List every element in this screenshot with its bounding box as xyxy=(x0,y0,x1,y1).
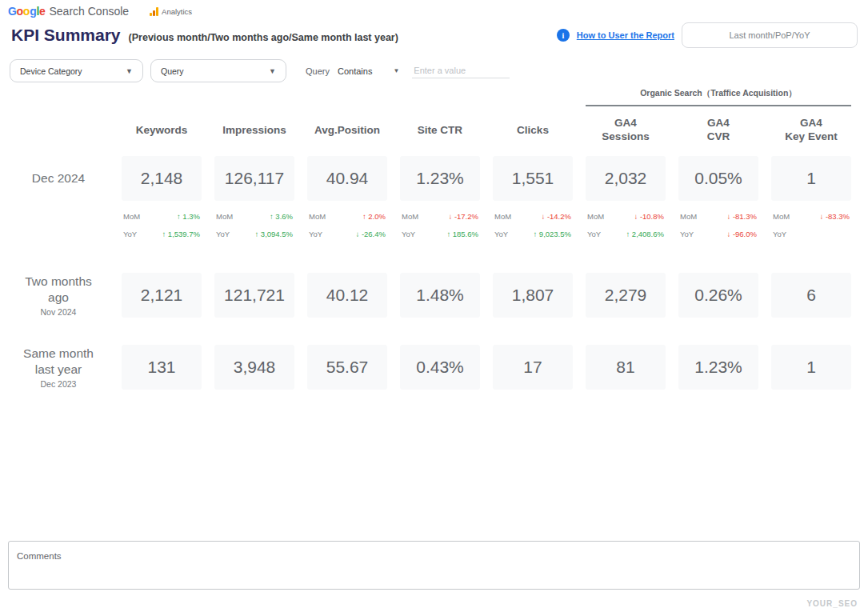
delta-period-label: YoY xyxy=(216,230,230,238)
delta-period-label: MoM xyxy=(587,212,604,221)
query-value-input[interactable] xyxy=(412,63,510,78)
value-cell-two-months-ago-avg-position: 40.12 xyxy=(307,273,387,318)
delta-cell-ga4-cvr: MoM↓ -81.3%YoY↓ -96.0% xyxy=(678,201,758,254)
organic-search-group-header: Organic Search（Traffice Acquisition） xyxy=(586,88,851,106)
value-cell-two-months-ago-ga4-sessions: 2,279 xyxy=(586,273,666,318)
column-header-avg-position: Avg.Position xyxy=(307,124,387,138)
value-cell-dec-2024-avg-position: 40.94 xyxy=(307,156,387,201)
delta-value: ↓ -14.2% xyxy=(542,212,572,221)
delta-cell-site-ctr: MoM↓ -17.2%YoY↑ 185.6% xyxy=(400,201,480,254)
comments-box[interactable]: Comments xyxy=(8,541,860,590)
page-subtitle: (Previous month/Two months ago/Same mont… xyxy=(129,32,398,43)
value-cell-same-month-last-year-keywords: 131 xyxy=(122,345,202,390)
device-category-filter[interactable]: Device Category ▼ xyxy=(10,59,143,82)
value-cell-dec-2024-ga4-cvr: 0.05% xyxy=(678,156,758,201)
delta-line: YoY↓ -26.4% xyxy=(309,230,386,238)
delta-period-label: MoM xyxy=(494,212,511,221)
column-header-impressions: Impressions xyxy=(214,124,294,138)
value-cell-same-month-last-year-clicks: 17 xyxy=(493,345,573,390)
row-sublabel: Nov 2024 xyxy=(41,307,77,317)
delta-period-label: YoY xyxy=(494,230,508,238)
value-cell-two-months-ago-clicks: 1,807 xyxy=(493,273,573,318)
search-console-label: Search Console xyxy=(49,5,129,18)
delta-line: YoY↑ 1,539.7% xyxy=(123,230,200,238)
info-icon[interactable]: i xyxy=(557,29,570,42)
value-cell-dec-2024-keywords: 2,148 xyxy=(122,156,202,201)
delta-cell-clicks: MoM↓ -14.2%YoY↑ 9,023.5% xyxy=(493,201,573,254)
value-cell-same-month-last-year-site-ctr: 0.43% xyxy=(400,345,480,390)
value-cell-dec-2024-ga4-key-event: 1 xyxy=(771,156,851,201)
column-header-ga4-key-event: GA4 Key Event xyxy=(771,117,851,144)
google-logo: Google xyxy=(8,5,45,18)
delta-value: ↑ 185.6% xyxy=(446,230,478,238)
help-link[interactable]: How to User the Report xyxy=(577,30,674,40)
delta-cell-avg-position: MoM↑ 2.0%YoY↓ -26.4% xyxy=(307,201,387,254)
delta-period-label: MoM xyxy=(773,212,790,221)
delta-line: YoY xyxy=(773,230,850,238)
delta-cell-impressions: MoM↑ 3.6%YoY↑ 3,094.5% xyxy=(214,201,294,254)
delta-line: YoY↓ -96.0% xyxy=(680,230,757,238)
delta-period-label: MoM xyxy=(402,212,418,221)
column-header-ga4-sessions: GA4 Sessions xyxy=(586,117,666,144)
comments-label: Comments xyxy=(17,551,62,561)
value-cell-dec-2024-site-ctr: 1.23% xyxy=(400,156,480,201)
delta-value: ↑ 2.0% xyxy=(362,212,386,221)
delta-period-label: YoY xyxy=(123,230,137,238)
delta-line: MoM↓ -14.2% xyxy=(494,212,571,221)
delta-line: YoY↑ 9,023.5% xyxy=(494,230,571,238)
delta-value: ↓ -83.3% xyxy=(820,212,850,221)
delta-period-label: MoM xyxy=(680,212,697,221)
delta-value: ↑ 9,023.5% xyxy=(533,230,571,238)
delta-line: MoM↑ 2.0% xyxy=(309,212,386,221)
value-cell-same-month-last-year-ga4-sessions: 81 xyxy=(586,345,666,390)
column-header-clicks: Clicks xyxy=(493,124,573,138)
filter-bar: Device Category ▼ Query ▼ Query Contains… xyxy=(10,59,868,82)
row-label-dec-2024: Dec 2024 xyxy=(8,156,109,201)
analytics-icon xyxy=(150,7,158,16)
value-cell-same-month-last-year-impressions: 3,948 xyxy=(214,345,294,390)
delta-period-label: YoY xyxy=(680,230,694,238)
delta-line: MoM↑ 3.6% xyxy=(216,212,293,221)
value-cell-dec-2024-ga4-sessions: 2,032 xyxy=(586,156,666,201)
delta-value: ↓ -26.4% xyxy=(356,230,386,238)
delta-value: ↓ -96.0% xyxy=(727,230,758,238)
row-label-text: Same month last year xyxy=(23,346,94,377)
delta-value: ↑ 3.6% xyxy=(270,212,293,221)
query-filter[interactable]: Query ▼ xyxy=(150,59,286,82)
delta-period-label: MoM xyxy=(216,212,233,221)
topbar: Google Search Console Analytics xyxy=(0,0,868,19)
column-header-keywords: Keywords xyxy=(122,124,202,138)
value-cell-same-month-last-year-avg-position: 55.67 xyxy=(307,345,387,390)
delta-period-label: MoM xyxy=(309,212,326,221)
column-header-site-ctr: Site CTR xyxy=(400,124,480,138)
delta-period-label: YoY xyxy=(587,230,601,238)
watermark: YOUR_SEO xyxy=(806,599,858,608)
kpi-dashboard: Google Search Console Analytics KPI Summ… xyxy=(0,0,868,612)
value-cell-same-month-last-year-ga4-key-event: 1 xyxy=(771,345,851,390)
condition-select[interactable]: Contains ▼ xyxy=(338,66,399,76)
device-category-filter-label: Device Category xyxy=(20,66,82,76)
value-cell-two-months-ago-ga4-key-event: 6 xyxy=(771,273,851,318)
date-range-control[interactable]: Last month/PoP/YoY xyxy=(682,22,858,48)
kpi-table: Organic Search（Traffice Acquisition）Keyw… xyxy=(0,86,868,390)
value-cell-two-months-ago-keywords: 2,121 xyxy=(122,273,202,318)
row-label-text: Dec 2024 xyxy=(32,170,85,186)
row-label-same-month-last-year: Same month last yearDec 2023 xyxy=(8,345,109,390)
chevron-down-icon: ▼ xyxy=(269,67,276,75)
delta-period-label: YoY xyxy=(309,230,322,238)
delta-period-label: YoY xyxy=(773,230,786,238)
query-filter-label: Query xyxy=(161,66,184,76)
delta-value: ↑ 3,094.5% xyxy=(254,230,293,238)
delta-line: MoM↓ -10.8% xyxy=(587,212,664,221)
value-cell-same-month-last-year-ga4-cvr: 1.23% xyxy=(678,345,758,390)
delta-line: YoY↑ 185.6% xyxy=(402,230,478,238)
delta-line: YoY↑ 3,094.5% xyxy=(216,230,293,238)
delta-value: ↓ -10.8% xyxy=(634,212,665,221)
delta-value: ↑ 1.3% xyxy=(177,212,200,221)
delta-period-label: YoY xyxy=(402,230,415,238)
delta-line: YoY↑ 2,408.6% xyxy=(587,230,664,238)
dropdown-arrow-icon: ▼ xyxy=(393,67,399,74)
delta-line: MoM↓ -83.3% xyxy=(773,212,850,221)
row-label-two-months-ago: Two months agoNov 2024 xyxy=(8,273,109,318)
analytics-label: Analytics xyxy=(162,7,192,16)
